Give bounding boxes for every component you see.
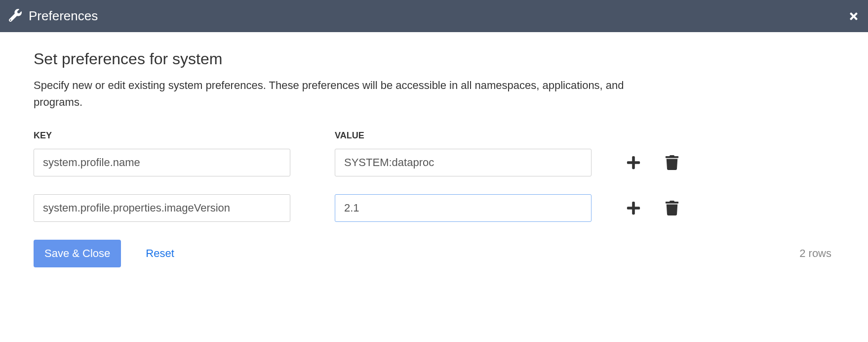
delete-row-icon[interactable] [665,155,679,170]
close-icon[interactable] [848,11,859,22]
page-title: Set preferences for system [34,50,834,68]
columns-header: KEY VALUE [34,130,834,141]
key-column-header: KEY [34,130,290,141]
key-input[interactable] [34,149,290,176]
preference-row [34,149,834,176]
footer-left: Save & Close Reset [34,240,174,267]
page-description: Specify new or edit existing system pref… [34,77,675,111]
dialog-header: Preferences [0,0,868,32]
wrench-icon [9,9,22,24]
add-row-icon[interactable] [626,201,641,215]
preference-row [34,194,834,222]
header-title: Preferences [29,8,98,24]
header-left: Preferences [9,8,98,24]
save-close-button[interactable]: Save & Close [34,240,121,267]
value-input[interactable] [335,149,592,176]
row-actions [626,201,679,215]
delete-row-icon[interactable] [665,201,679,215]
value-input[interactable] [335,194,592,222]
row-count-label: 2 rows [799,247,831,260]
row-actions [626,155,679,170]
add-row-icon[interactable] [626,155,641,170]
key-input[interactable] [34,194,290,222]
value-column-header: VALUE [335,130,592,141]
dialog-content: Set preferences for system Specify new o… [0,32,868,285]
dialog-footer: Save & Close Reset 2 rows [34,240,834,267]
reset-link[interactable]: Reset [146,247,174,260]
